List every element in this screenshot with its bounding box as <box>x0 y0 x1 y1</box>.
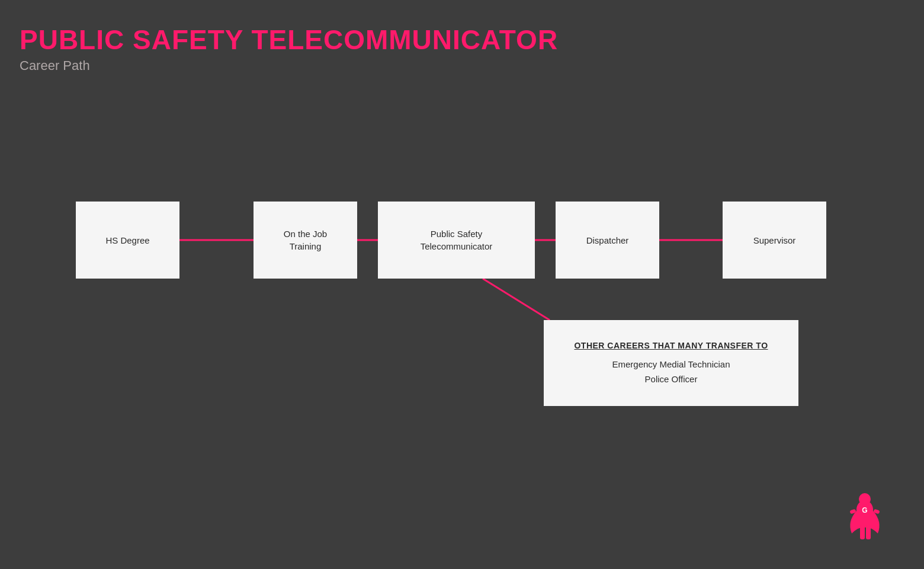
career-box-on-job-training: On the JobTraining <box>254 202 357 279</box>
career-box-pst: Public SafetyTelecommunicator <box>378 202 535 279</box>
career-box-hs-degree-label: HS Degree <box>105 234 149 247</box>
transfer-item-police: Police Officer <box>645 372 698 387</box>
career-box-hs-degree: HS Degree <box>76 202 179 279</box>
svg-line-4 <box>483 279 550 320</box>
svg-rect-8 <box>866 525 871 539</box>
career-path-subtitle: Career Path <box>20 58 558 73</box>
transfer-careers-box: OTHER CAREERS THAT MANY TRANSFER TO Emer… <box>544 320 798 406</box>
career-box-supervisor-label: Supervisor <box>753 234 796 247</box>
career-box-on-job-training-label: On the JobTraining <box>284 228 327 252</box>
career-box-dispatcher: Dispatcher <box>556 202 659 279</box>
hero-logo: G <box>841 492 888 545</box>
career-box-pst-label: Public SafetyTelecommunicator <box>421 228 493 252</box>
transfer-item-emt: Emergency Medial Technician <box>612 357 730 372</box>
career-box-supervisor: Supervisor <box>723 202 826 279</box>
career-box-dispatcher-label: Dispatcher <box>586 234 629 247</box>
svg-text:G: G <box>862 506 867 514</box>
main-title: PUBLIC SAFETY TELECOMMUNICATOR <box>20 24 558 56</box>
transfer-title: OTHER CAREERS THAT MANY TRANSFER TO <box>574 339 768 353</box>
header: PUBLIC SAFETY TELECOMMUNICATOR Career Pa… <box>20 24 558 73</box>
svg-point-6 <box>859 493 871 505</box>
svg-rect-7 <box>860 525 865 539</box>
